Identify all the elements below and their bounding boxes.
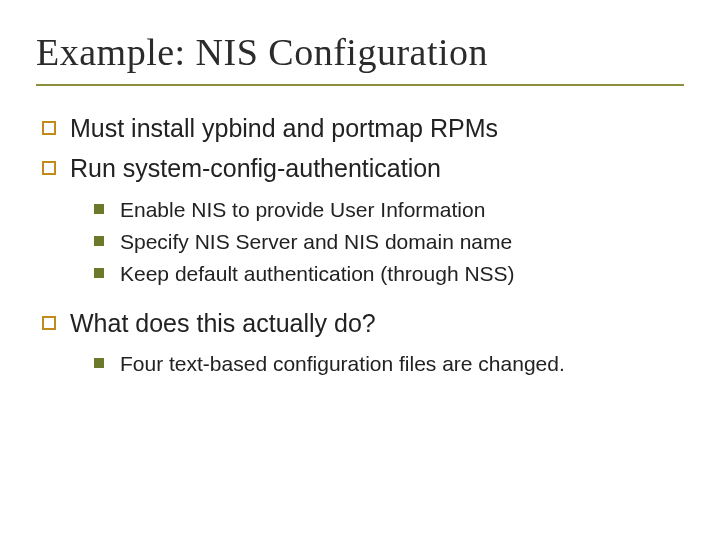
- bullet-text: What does this actually do?: [70, 307, 376, 341]
- bullet-text: Keep default authentication (through NSS…: [120, 260, 515, 288]
- square-outline-icon: [42, 161, 56, 175]
- bullet-text: Must install ypbind and portmap RPMs: [70, 112, 498, 146]
- slide-title: Example: NIS Configuration: [36, 30, 684, 86]
- bullet-list-level2: Enable NIS to provide User Information S…: [36, 196, 684, 289]
- list-item: Run system-config-authentication: [42, 152, 684, 186]
- square-filled-icon: [94, 268, 104, 278]
- list-item: Keep default authentication (through NSS…: [94, 260, 684, 288]
- slide: Example: NIS Configuration Must install …: [0, 0, 720, 540]
- list-item: Four text-based configuration files are …: [94, 350, 684, 378]
- square-outline-icon: [42, 121, 56, 135]
- bullet-list-level1: Must install ypbind and portmap RPMs Run…: [36, 112, 684, 186]
- bullet-text: Four text-based configuration files are …: [120, 350, 565, 378]
- list-item: Must install ypbind and portmap RPMs: [42, 112, 684, 146]
- bullet-list-level2: Four text-based configuration files are …: [36, 350, 684, 378]
- bullet-text: Specify NIS Server and NIS domain name: [120, 228, 512, 256]
- square-filled-icon: [94, 204, 104, 214]
- square-filled-icon: [94, 236, 104, 246]
- bullet-list-level1: What does this actually do?: [36, 307, 684, 341]
- bullet-text: Enable NIS to provide User Information: [120, 196, 485, 224]
- square-outline-icon: [42, 316, 56, 330]
- square-filled-icon: [94, 358, 104, 368]
- bullet-text: Run system-config-authentication: [70, 152, 441, 186]
- list-item: Specify NIS Server and NIS domain name: [94, 228, 684, 256]
- list-item: Enable NIS to provide User Information: [94, 196, 684, 224]
- list-item: What does this actually do?: [42, 307, 684, 341]
